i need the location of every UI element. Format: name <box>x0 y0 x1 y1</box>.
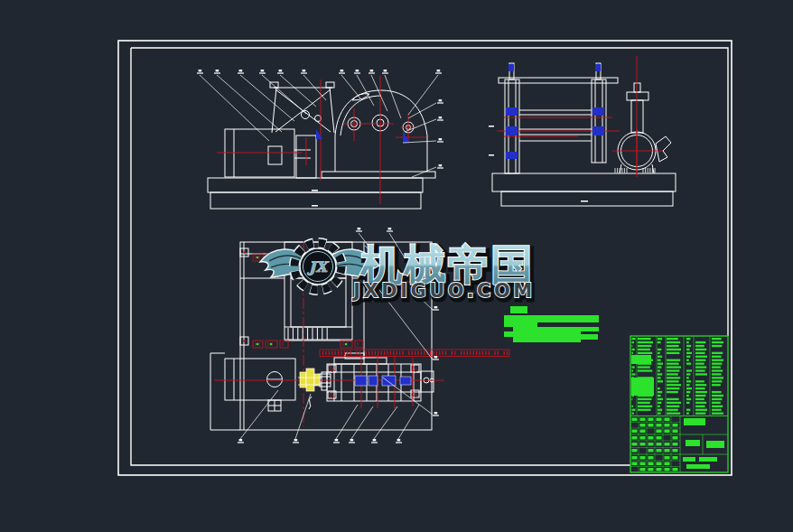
coupling-highlight <box>298 369 322 391</box>
cad-viewport[interactable]: JX 机械帝国 机械帝国 JXDIGUO.COM JXDIGUO.COM <box>0 0 793 532</box>
drawing-canvas: JX 机械帝国 机械帝国 JXDIGUO.COM JXDIGUO.COM <box>0 0 793 532</box>
site-text: JXDIGUO.COM <box>351 280 536 302</box>
plan-view-bearings <box>355 376 411 386</box>
side-view-bolts <box>506 64 604 159</box>
logo-monogram: JX <box>307 258 330 275</box>
parts-table <box>630 336 728 472</box>
front-elevation-view <box>208 82 435 209</box>
watermark: JX 机械帝国 机械帝国 JXDIGUO.COM JXDIGUO.COM <box>260 240 537 304</box>
technical-note-block <box>504 306 599 342</box>
side-view-centerlines <box>497 56 663 177</box>
